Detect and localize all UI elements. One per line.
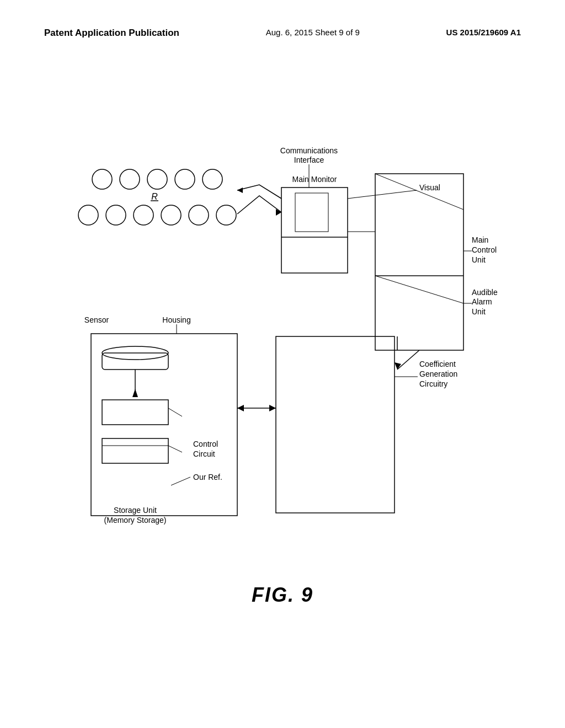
label-mcu-1: Main: [472, 235, 488, 244]
circle-bot-3: [134, 205, 153, 225]
label-control-circuit-2: Circuit: [193, 449, 215, 458]
diagram-svg: R Communications Interface: [0, 72, 565, 568]
label-main-monitor: Main Monitor: [292, 175, 337, 184]
main-monitor-box: [281, 188, 348, 273]
circle-top-3: [147, 169, 167, 189]
sensor-body: [102, 353, 168, 370]
label-coeff-2: Generation: [419, 370, 457, 378]
label-coeff-1: Coefficient: [419, 360, 456, 368]
component-2: [102, 438, 168, 463]
label-housing: Housing: [162, 315, 190, 324]
label-storage-2: (Memory Storage): [104, 516, 167, 524]
main-control-unit-box: [375, 174, 463, 350]
label-visual: Visual: [419, 183, 440, 192]
arrow-circles-to-monitor: [237, 196, 281, 214]
line-our-ref: [171, 477, 190, 485]
component-1: [102, 400, 168, 425]
bidir-arrow-right: [269, 405, 276, 411]
label-audible-2: Alarm: [472, 297, 492, 306]
header: Patent Application Publication Aug. 6, 2…: [0, 0, 565, 39]
label-comm-interface: Communications: [280, 146, 338, 155]
comp1-bracket: [168, 408, 182, 416]
line-visual: [348, 190, 417, 199]
comp2-bracket: [168, 446, 182, 452]
circle-bot-6: [216, 205, 236, 225]
label-audible-3: Unit: [472, 307, 486, 316]
circle-top-2: [120, 169, 140, 189]
arrowhead-to-circles: [237, 188, 243, 193]
label-storage-1: Storage Unit: [114, 506, 157, 515]
header-right: US 2015/219609 A1: [446, 28, 521, 37]
circle-top-4: [175, 169, 195, 189]
arrow-sensor-up-head: [132, 389, 138, 397]
monitor-screen: [295, 193, 328, 232]
label-mcu-2: Control: [472, 245, 497, 254]
bidir-arrow-left: [237, 405, 244, 411]
circle-bot-5: [189, 205, 209, 225]
label-coeff-3: Circuitry: [419, 379, 447, 388]
mcu-diag-1: [375, 174, 463, 210]
circle-top-5: [202, 169, 222, 189]
label-sensor: Sensor: [84, 315, 109, 324]
arrow-mcu-coeff: [397, 350, 419, 370]
circle-bot-4: [161, 205, 181, 225]
coeff-gen-box: [276, 336, 395, 513]
circle-top-1: [92, 169, 112, 189]
figure-caption: FIG. 9: [252, 584, 313, 607]
mcu-diag-2: [375, 276, 463, 303]
header-center: Aug. 6, 2015 Sheet 9 of 9: [266, 28, 360, 37]
circle-bot-2: [106, 205, 126, 225]
header-left: Patent Application Publication: [44, 28, 179, 39]
arrow-monitor-to-circles: [237, 185, 281, 199]
label-control-circuit-1: Control: [193, 440, 218, 448]
arrow-mcu-coeff-head: [395, 362, 401, 370]
circle-bot-1: [78, 205, 98, 225]
r-label: R: [151, 192, 158, 201]
label-our-ref: Our Ref.: [193, 473, 222, 481]
diagram-area: R Communications Interface: [0, 72, 565, 568]
label-comm-interface2: Interface: [294, 156, 324, 164]
page: Patent Application Publication Aug. 6, 2…: [0, 0, 565, 728]
label-audible-1: Audible: [472, 288, 498, 297]
label-mcu-3: Unit: [472, 255, 486, 264]
